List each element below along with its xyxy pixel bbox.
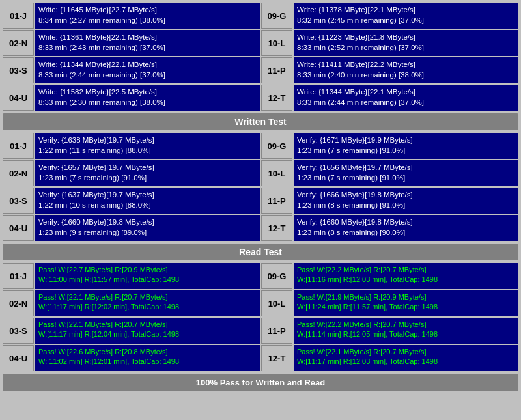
row-id-right: 11-P <box>261 188 292 214</box>
main-container: 01-J Write: {11645 MByte}[22.7 MByte/s] … <box>0 0 521 394</box>
row-id-right: 12-T <box>261 215 292 241</box>
cell-left-line2: 1:22 min (11 s remaining) [88.0%] <box>38 145 257 156</box>
data-row: 04-U Write: {11582 MByte}[22.5 MByte/s] … <box>3 85 518 111</box>
cell-right-line1: Pass! W:[21.9 MByte/s] R:[20.9 MByte/s] <box>297 292 515 302</box>
cell-right-line2: 1:23 min (8 s remaining) [90.0%] <box>297 227 515 238</box>
cell-left: Verify: {1660 MByte}[19.8 MByte/s] 1:23 … <box>35 215 260 241</box>
row-id-right: 09-G <box>261 133 292 159</box>
cell-right: Write: {11344 MByte}[22.1 MByte/s] 8:33 … <box>294 85 518 111</box>
cell-left-line1: Write: {11344 MByte}[22.1 MByte/s] <box>38 59 257 70</box>
cell-left-line1: Verify: {1637 MByte}[19.7 MByte/s] <box>38 189 257 200</box>
cell-right: Verify: {1656 MByte}[19.7 MByte/s] 1:23 … <box>294 160 518 186</box>
data-row: 03-S Verify: {1637 MByte}[19.7 MByte/s] … <box>3 188 518 214</box>
cell-left: Verify: {1638 MByte}[19.7 MByte/s] 1:22 … <box>35 133 260 159</box>
row-id-left: 02-N <box>3 290 34 316</box>
cell-right-line1: Pass! W:[22.1 MByte/s] R:[20.7 MByte/s] <box>297 347 515 357</box>
cell-right-line1: Write: {11344 MByte}[22.1 MByte/s] <box>297 87 515 97</box>
data-row: 03-S Pass! W:[22.1 MByte/s] R:[20.7 MByt… <box>3 318 518 344</box>
cell-left-line2: 1:22 min (10 s remaining) [88.0%] <box>38 200 257 210</box>
data-row: 04-U Verify: {1660 MByte}[19.8 MByte/s] … <box>3 215 518 241</box>
read-test-header: Read Test <box>3 244 518 260</box>
cell-right-line2: 1:23 min (8 s remaining) [91.0%] <box>297 200 515 210</box>
row-id-left: 02-N <box>3 160 34 186</box>
cell-right-line2: W:[11:24 min] R:[11:57 min], TotalCap: 1… <box>297 302 515 312</box>
data-row: 02-N Verify: {1657 MByte}[19.7 MByte/s] … <box>3 160 518 186</box>
cell-right-line1: Verify: {1656 MByte}[19.7 MByte/s] <box>297 162 515 173</box>
data-row: 01-J Write: {11645 MByte}[22.7 MByte/s] … <box>3 3 518 29</box>
cell-right-line1: Write: {11223 MByte}[21.8 MByte/s] <box>297 32 515 42</box>
row-id-right: 09-G <box>261 263 292 289</box>
row-id-left: 04-U <box>3 85 34 111</box>
cell-left-line2: 8:34 min (2:27 min remaining) [38.0%] <box>38 15 257 25</box>
cell-right-line2: 8:33 min (2:40 min remaining) [38.0%] <box>297 70 515 80</box>
cell-left: Pass! W:[22.7 MByte/s] R:[20.9 MByte/s] … <box>35 263 260 289</box>
cell-right-line2: 1:23 min (7 s remaining) [91.0%] <box>297 173 515 183</box>
cell-right-line2: W:[11:16 min] R:[12:03 min], TotalCap: 1… <box>297 275 515 285</box>
cell-left: Verify: {1657 MByte}[19.7 MByte/s] 1:23 … <box>35 160 260 186</box>
cell-left: Verify: {1637 MByte}[19.7 MByte/s] 1:22 … <box>35 188 260 214</box>
verify-section: 01-J Verify: {1638 MByte}[19.7 MByte/s] … <box>3 133 518 241</box>
cell-right-line2: W:[11:17 min] R:[12:03 min], TotalCap: 1… <box>297 357 515 367</box>
cell-left-line1: Pass! W:[22.1 MByte/s] R:[20.7 MByte/s] <box>38 292 257 302</box>
row-id-right: 12-T <box>261 345 292 371</box>
cell-right-line1: Pass! W:[22.2 MByte/s] R:[20.7 MByte/s] <box>297 265 515 275</box>
row-id-right: 12-T <box>261 85 292 111</box>
data-row: 04-U Pass! W:[22.6 MByte/s] R:[20.8 MByt… <box>3 345 518 371</box>
cell-right-line1: Verify: {1666 MByte}[19.8 MByte/s] <box>297 189 515 200</box>
row-id-right: 09-G <box>261 3 292 29</box>
read-section: 01-J Pass! W:[22.7 MByte/s] R:[20.9 MByt… <box>3 263 518 371</box>
cell-right: Pass! W:[21.9 MByte/s] R:[20.9 MByte/s] … <box>294 290 518 316</box>
cell-right-line1: Pass! W:[22.2 MByte/s] R:[20.7 MByte/s] <box>297 320 515 329</box>
cell-left-line1: Write: {11645 MByte}[22.7 MByte/s] <box>38 5 257 15</box>
cell-left: Write: {11344 MByte}[22.1 MByte/s] 8:33 … <box>35 57 260 83</box>
row-id-left: 02-N <box>3 30 34 56</box>
cell-left: Write: {11361 MByte}[22.1 MByte/s] 8:33 … <box>35 30 260 56</box>
cell-left-line1: Verify: {1657 MByte}[19.7 MByte/s] <box>38 162 257 173</box>
data-row: 02-N Pass! W:[22.1 MByte/s] R:[20.7 MByt… <box>3 290 518 316</box>
cell-left: Write: {11645 MByte}[22.7 MByte/s] 8:34 … <box>35 3 260 29</box>
row-id-left: 04-U <box>3 345 34 371</box>
row-id-left: 04-U <box>3 215 34 241</box>
cell-left-line2: W:[11:17 min] R:[12:04 min], TotalCap: 1… <box>38 329 257 339</box>
row-id-right: 11-P <box>261 57 292 83</box>
cell-right-line2: 8:32 min (2:45 min remaining) [37.0%] <box>297 15 515 25</box>
cell-right-line1: Write: {11378 MByte}[22.1 MByte/s] <box>297 5 515 15</box>
row-id-left: 01-J <box>3 133 34 159</box>
write-section: 01-J Write: {11645 MByte}[22.7 MByte/s] … <box>3 3 518 111</box>
data-row: 01-J Verify: {1638 MByte}[19.7 MByte/s] … <box>3 133 518 159</box>
cell-left-line1: Write: {11582 MByte}[22.5 MByte/s] <box>38 87 257 97</box>
cell-right: Write: {11223 MByte}[21.8 MByte/s] 8:33 … <box>294 30 518 56</box>
cell-left-line2: 1:23 min (9 s remaining) [89.0%] <box>38 227 257 238</box>
row-id-right: 11-P <box>261 318 292 344</box>
cell-right: Pass! W:[22.1 MByte/s] R:[20.7 MByte/s] … <box>294 345 518 371</box>
cell-right-line2: W:[11:14 min] R:[12:05 min], TotalCap: 1… <box>297 329 515 339</box>
cell-left-line2: W:[11:02 min] R:[12:01 min], TotalCap: 1… <box>38 357 257 367</box>
cell-right: Verify: {1666 MByte}[19.8 MByte/s] 1:23 … <box>294 188 518 214</box>
row-id-left: 01-J <box>3 3 34 29</box>
cell-left-line1: Verify: {1660 MByte}[19.8 MByte/s] <box>38 217 257 227</box>
written-test-header: Written Test <box>3 113 518 130</box>
cell-left-line1: Pass! W:[22.1 MByte/s] R:[20.7 MByte/s] <box>38 320 257 329</box>
row-id-left: 03-S <box>3 188 34 214</box>
cell-right: Write: {11411 MByte}[22.2 MByte/s] 8:33 … <box>294 57 518 83</box>
cell-left-line2: 8:33 min (2:44 min remaining) [37.0%] <box>38 70 257 80</box>
cell-left-line1: Write: {11361 MByte}[22.1 MByte/s] <box>38 32 257 42</box>
row-id-left: 03-S <box>3 57 34 83</box>
cell-right-line2: 8:33 min (2:52 min remaining) [37.0%] <box>297 42 515 53</box>
footer-bar: 100% Pass for Written and Read <box>3 374 518 391</box>
cell-left-line1: Pass! W:[22.6 MByte/s] R:[20.8 MByte/s] <box>38 347 257 357</box>
cell-left-line1: Verify: {1638 MByte}[19.7 MByte/s] <box>38 135 257 145</box>
cell-left: Pass! W:[22.6 MByte/s] R:[20.8 MByte/s] … <box>35 345 260 371</box>
cell-right: Pass! W:[22.2 MByte/s] R:[20.7 MByte/s] … <box>294 318 518 344</box>
cell-right: Pass! W:[22.2 MByte/s] R:[20.7 MByte/s] … <box>294 263 518 289</box>
data-row: 01-J Pass! W:[22.7 MByte/s] R:[20.9 MByt… <box>3 263 518 289</box>
row-id-left: 01-J <box>3 263 34 289</box>
cell-right-line1: Write: {11411 MByte}[22.2 MByte/s] <box>297 59 515 70</box>
cell-left-line1: Pass! W:[22.7 MByte/s] R:[20.9 MByte/s] <box>38 265 257 275</box>
cell-right-line1: Verify: {1660 MByte}[19.8 MByte/s] <box>297 217 515 227</box>
row-id-right: 10-L <box>261 30 292 56</box>
row-id-left: 03-S <box>3 318 34 344</box>
cell-right-line2: 8:33 min (2:44 min remaining) [37.0%] <box>297 97 515 107</box>
row-id-right: 10-L <box>261 290 292 316</box>
cell-left-line2: 1:23 min (7 s remaining) [91.0%] <box>38 173 257 183</box>
